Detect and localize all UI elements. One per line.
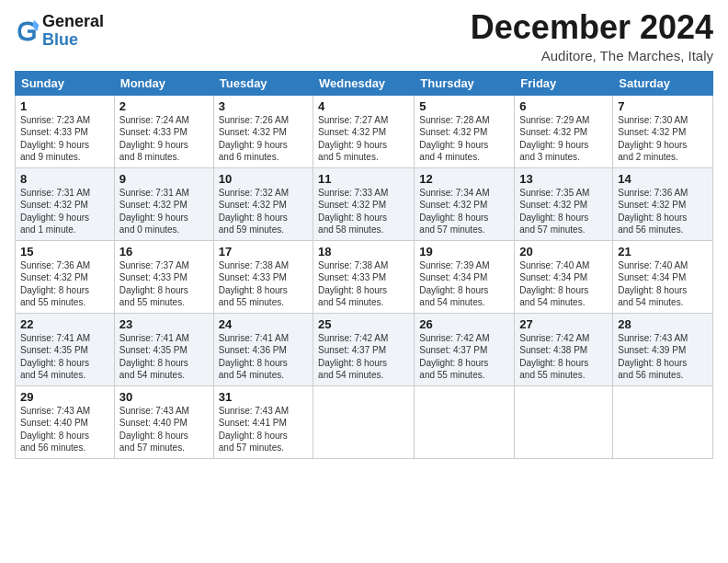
day-number: 14 xyxy=(618,172,708,186)
week-row-4: 22Sunrise: 7:41 AM Sunset: 4:35 PM Dayli… xyxy=(16,313,713,385)
day-number: 13 xyxy=(519,172,608,186)
calendar-cell: 16Sunrise: 7:37 AM Sunset: 4:33 PM Dayli… xyxy=(114,240,213,313)
day-number: 28 xyxy=(618,317,708,331)
day-info: Sunrise: 7:31 AM Sunset: 4:32 PM Dayligh… xyxy=(119,187,209,236)
week-row-5: 29Sunrise: 7:43 AM Sunset: 4:40 PM Dayli… xyxy=(16,385,713,458)
day-number: 25 xyxy=(318,317,409,331)
day-number: 6 xyxy=(519,99,608,113)
calendar-cell: 7Sunrise: 7:30 AM Sunset: 4:32 PM Daylig… xyxy=(613,95,713,167)
day-info: Sunrise: 7:38 AM Sunset: 4:33 PM Dayligh… xyxy=(219,259,308,309)
calendar-cell: 30Sunrise: 7:43 AM Sunset: 4:40 PM Dayli… xyxy=(114,385,213,458)
day-number: 9 xyxy=(119,172,209,186)
day-number: 7 xyxy=(618,99,708,113)
calendar-cell xyxy=(515,385,613,458)
calendar-cell: 23Sunrise: 7:41 AM Sunset: 4:35 PM Dayli… xyxy=(114,313,213,385)
week-row-3: 15Sunrise: 7:36 AM Sunset: 4:32 PM Dayli… xyxy=(16,240,713,313)
day-info: Sunrise: 7:29 AM Sunset: 4:32 PM Dayligh… xyxy=(519,114,608,164)
calendar-cell: 22Sunrise: 7:41 AM Sunset: 4:35 PM Dayli… xyxy=(16,313,115,385)
day-info: Sunrise: 7:40 AM Sunset: 4:34 PM Dayligh… xyxy=(519,259,608,309)
day-info: Sunrise: 7:40 AM Sunset: 4:34 PM Dayligh… xyxy=(618,259,708,309)
day-info: Sunrise: 7:24 AM Sunset: 4:33 PM Dayligh… xyxy=(119,114,209,164)
month-title: December 2024 xyxy=(471,9,713,46)
calendar-cell: 12Sunrise: 7:34 AM Sunset: 4:32 PM Dayli… xyxy=(415,167,515,240)
calendar-cell: 5Sunrise: 7:28 AM Sunset: 4:32 PM Daylig… xyxy=(415,95,515,167)
day-info: Sunrise: 7:43 AM Sunset: 4:40 PM Dayligh… xyxy=(20,405,109,454)
day-info: Sunrise: 7:32 AM Sunset: 4:32 PM Dayligh… xyxy=(219,187,308,236)
week-row-1: 1Sunrise: 7:23 AM Sunset: 4:33 PM Daylig… xyxy=(16,95,713,167)
day-number: 26 xyxy=(419,317,509,331)
calendar-cell xyxy=(313,385,415,458)
day-number: 19 xyxy=(419,245,509,259)
day-info: Sunrise: 7:26 AM Sunset: 4:32 PM Dayligh… xyxy=(219,114,308,164)
logo-line2: Blue xyxy=(42,31,104,50)
day-info: Sunrise: 7:41 AM Sunset: 4:35 PM Dayligh… xyxy=(20,332,109,382)
day-info: Sunrise: 7:33 AM Sunset: 4:32 PM Dayligh… xyxy=(318,187,409,236)
day-number: 17 xyxy=(219,245,308,259)
calendar-cell: 3Sunrise: 7:26 AM Sunset: 4:32 PM Daylig… xyxy=(213,95,313,167)
title-block: December 2024 Auditore, The Marches, Ita… xyxy=(471,9,713,63)
day-info: Sunrise: 7:43 AM Sunset: 4:41 PM Dayligh… xyxy=(219,405,308,454)
day-info: Sunrise: 7:43 AM Sunset: 4:40 PM Dayligh… xyxy=(119,405,209,454)
weekday-tuesday: Tuesday xyxy=(213,71,313,95)
calendar-cell: 11Sunrise: 7:33 AM Sunset: 4:32 PM Dayli… xyxy=(313,167,415,240)
calendar-cell: 19Sunrise: 7:39 AM Sunset: 4:34 PM Dayli… xyxy=(415,240,515,313)
day-info: Sunrise: 7:42 AM Sunset: 4:37 PM Dayligh… xyxy=(419,332,509,382)
weekday-saturday: Saturday xyxy=(613,71,713,95)
header: General Blue December 2024 Auditore, The… xyxy=(15,9,713,63)
calendar-cell xyxy=(613,385,713,458)
day-number: 1 xyxy=(20,99,109,113)
day-number: 20 xyxy=(519,245,608,259)
calendar-cell: 24Sunrise: 7:41 AM Sunset: 4:36 PM Dayli… xyxy=(213,313,313,385)
logo-line1: General xyxy=(42,13,104,31)
day-number: 11 xyxy=(318,172,409,186)
day-number: 23 xyxy=(119,317,209,331)
calendar-cell: 18Sunrise: 7:38 AM Sunset: 4:33 PM Dayli… xyxy=(313,240,415,313)
subtitle: Auditore, The Marches, Italy xyxy=(471,48,713,63)
day-number: 2 xyxy=(119,99,209,113)
day-info: Sunrise: 7:31 AM Sunset: 4:32 PM Dayligh… xyxy=(20,187,109,236)
day-number: 16 xyxy=(119,245,209,259)
calendar-cell xyxy=(415,385,515,458)
calendar-cell: 15Sunrise: 7:36 AM Sunset: 4:32 PM Dayli… xyxy=(16,240,115,313)
logo: General Blue xyxy=(15,13,104,50)
day-number: 10 xyxy=(219,172,308,186)
day-number: 18 xyxy=(318,245,409,259)
calendar-cell: 2Sunrise: 7:24 AM Sunset: 4:33 PM Daylig… xyxy=(114,95,213,167)
day-number: 12 xyxy=(419,172,509,186)
calendar-cell: 4Sunrise: 7:27 AM Sunset: 4:32 PM Daylig… xyxy=(313,95,415,167)
weekday-thursday: Thursday xyxy=(415,71,515,95)
calendar-cell: 26Sunrise: 7:42 AM Sunset: 4:37 PM Dayli… xyxy=(415,313,515,385)
calendar-cell: 1Sunrise: 7:23 AM Sunset: 4:33 PM Daylig… xyxy=(16,95,115,167)
weekday-header-row: SundayMondayTuesdayWednesdayThursdayFrid… xyxy=(16,71,713,95)
day-info: Sunrise: 7:39 AM Sunset: 4:34 PM Dayligh… xyxy=(419,259,509,309)
calendar-cell: 21Sunrise: 7:40 AM Sunset: 4:34 PM Dayli… xyxy=(613,240,713,313)
day-info: Sunrise: 7:28 AM Sunset: 4:32 PM Dayligh… xyxy=(419,114,509,164)
calendar-cell: 10Sunrise: 7:32 AM Sunset: 4:32 PM Dayli… xyxy=(213,167,313,240)
day-number: 21 xyxy=(618,245,708,259)
calendar-cell: 14Sunrise: 7:36 AM Sunset: 4:32 PM Dayli… xyxy=(613,167,713,240)
calendar-cell: 20Sunrise: 7:40 AM Sunset: 4:34 PM Dayli… xyxy=(515,240,613,313)
calendar-cell: 13Sunrise: 7:35 AM Sunset: 4:32 PM Dayli… xyxy=(515,167,613,240)
day-info: Sunrise: 7:38 AM Sunset: 4:33 PM Dayligh… xyxy=(318,259,409,309)
day-number: 5 xyxy=(419,99,509,113)
day-number: 29 xyxy=(20,390,109,404)
week-row-2: 8Sunrise: 7:31 AM Sunset: 4:32 PM Daylig… xyxy=(16,167,713,240)
day-number: 30 xyxy=(119,390,209,404)
day-number: 22 xyxy=(20,317,109,331)
calendar-cell: 17Sunrise: 7:38 AM Sunset: 4:33 PM Dayli… xyxy=(213,240,313,313)
calendar-cell: 28Sunrise: 7:43 AM Sunset: 4:39 PM Dayli… xyxy=(613,313,713,385)
day-info: Sunrise: 7:42 AM Sunset: 4:37 PM Dayligh… xyxy=(318,332,409,382)
day-info: Sunrise: 7:41 AM Sunset: 4:35 PM Dayligh… xyxy=(119,332,209,382)
day-number: 24 xyxy=(219,317,308,331)
weekday-monday: Monday xyxy=(114,71,213,95)
day-info: Sunrise: 7:23 AM Sunset: 4:33 PM Dayligh… xyxy=(20,114,109,164)
day-info: Sunrise: 7:36 AM Sunset: 4:32 PM Dayligh… xyxy=(618,187,708,236)
day-info: Sunrise: 7:37 AM Sunset: 4:33 PM Dayligh… xyxy=(119,259,209,309)
day-number: 4 xyxy=(318,99,409,113)
calendar-cell: 8Sunrise: 7:31 AM Sunset: 4:32 PM Daylig… xyxy=(16,167,115,240)
logo-text: General Blue xyxy=(42,13,104,50)
weekday-wednesday: Wednesday xyxy=(313,71,415,95)
weekday-sunday: Sunday xyxy=(16,71,115,95)
day-info: Sunrise: 7:34 AM Sunset: 4:32 PM Dayligh… xyxy=(419,187,509,236)
calendar-cell: 31Sunrise: 7:43 AM Sunset: 4:41 PM Dayli… xyxy=(213,385,313,458)
